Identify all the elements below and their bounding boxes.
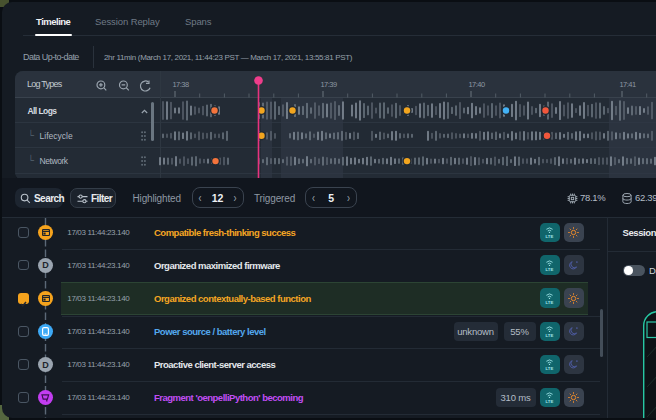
svg-text:LTE: LTE — [546, 366, 554, 371]
svg-text:LTE: LTE — [546, 300, 554, 305]
svg-text:LTE: LTE — [546, 267, 554, 272]
svg-text:LTE: LTE — [546, 399, 554, 404]
svg-text:LTE: LTE — [546, 234, 554, 239]
svg-text:LTE: LTE — [546, 333, 554, 338]
